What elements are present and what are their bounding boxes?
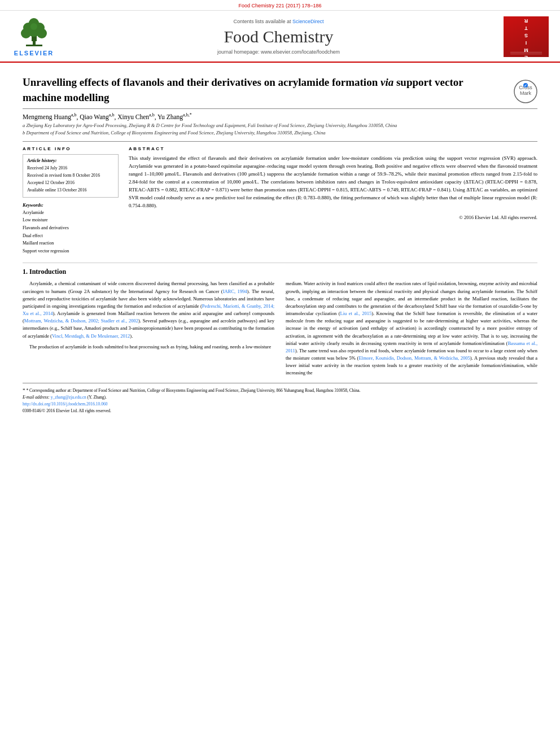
email-address[interactable]: y_zhang@zju.edu.cn [51,395,86,400]
top-journal-bar: Food Chemistry 221 (2017) 178–186 [0,0,560,11]
keyword-6: Support vector regression [23,247,119,255]
science-direct-line: Contents lists available at ScienceDirec… [233,19,323,24]
journal-header: ELSEVIER Contents lists available at Sci… [0,11,560,63]
intro-title: 1. Introduction [23,268,537,276]
svg-rect-1 [26,45,42,46]
journal-center: Contents lists available at ScienceDirec… [65,16,492,57]
affiliation-b: b Department of Food Science and Nutriti… [23,129,537,137]
article-title: Unravelling effects of flavanols and the… [23,75,514,105]
keywords-label: Keywords: [23,202,119,208]
journal-volume-ref: Food Chemistry 221 (2017) 178–186 [238,3,321,8]
intro-para2: The production of acrylamide in foods su… [23,343,274,351]
abstract-text: This study investigated the effect of fl… [129,155,537,210]
science-direct-link[interactable]: ScienceDirect [292,19,324,24]
svg-point-9 [30,23,37,30]
corresponding-author-note: * * Corresponding author at: Department … [23,386,537,394]
footer-area: * * Corresponding author at: Department … [23,383,537,414]
body-two-col: Acrylamide, a chemical contaminant of wi… [23,280,537,377]
email-line: E-mail address: y_zhang@zju.edu.cn (Y. Z… [23,394,537,401]
intro-right-para1: medium. Water activity in food matrices … [286,280,537,377]
article-history-label: Article history: [27,158,114,163]
received-date: Received 24 July 2016 [27,165,114,172]
elsevier-logo: ELSEVIER [11,16,56,57]
affiliations: a Zhejiang Key Laboratory for Agro-Food … [23,122,537,141]
left-column: ARTICLE INFO Article history: Received 2… [23,146,119,255]
article-title-section: Unravelling effects of flavanols and the… [23,69,537,109]
available-date: Available online 13 October 2016 [27,187,114,194]
badge-chemistry-text: CHEMISTRY [524,16,529,57]
right-column: ABSTRACT This study investigated the eff… [129,146,537,255]
crossmark-logo: Cross Mark ✓ [514,80,537,103]
doi-line[interactable]: http://dx.doi.org/10.1016/j.foodchem.201… [23,401,537,408]
svg-text:Mark: Mark [520,90,531,96]
introduction-section: 1. Introduction Acrylamide, a chemical c… [23,263,537,377]
journal-homepage: journal homepage: www.elsevier.com/locat… [217,49,340,55]
food-chemistry-badge: FOOD CHEMISTRY [501,16,549,57]
authors-line: Mengmeng Huanga,b, Qiao Wanga,b, Xinyu C… [23,109,537,122]
article-area: Unravelling effects of flavanols and the… [0,63,560,377]
body-col-left: Acrylamide, a chemical contaminant of wi… [23,280,274,377]
article-info-heading: ARTICLE INFO [23,146,119,151]
keyword-5: Maillard reaction [23,239,119,247]
intro-heading: Introduction [29,268,66,276]
svg-text:✓: ✓ [524,84,527,88]
intro-number: 1. [23,268,28,276]
keyword-4: Dual effect [23,232,119,240]
revised-date: Received in revised form 8 October 2016 [27,172,114,180]
journal-main-title: Food Chemistry [224,27,333,46]
copyright-line: © 2016 Elsevier Ltd. All rights reserved… [129,215,537,220]
intro-para1: Acrylamide, a chemical contaminant of wi… [23,280,274,339]
elsevier-tree-icon [16,18,53,49]
two-col-layout: ARTICLE INFO Article history: Received 2… [23,141,537,255]
body-col-right: medium. Water activity in food matrices … [286,280,537,377]
keywords-section: Keywords: Acrylamide Low moisture Flavan… [23,202,119,255]
keyword-3: Flavanols and derivatives [23,224,119,232]
elsevier-wordmark: ELSEVIER [14,50,54,56]
accepted-date: Accepted 12 October 2016 [27,180,114,187]
issn-line: 0308-8146/© 2016 Elsevier Ltd. All right… [23,408,537,414]
footnote-col: * * Corresponding author at: Department … [23,386,537,414]
keyword-1: Acrylamide [23,209,119,217]
keyword-2: Low moisture [23,216,119,224]
abstract-heading: ABSTRACT [129,146,537,151]
article-info-box: Article history: Received 24 July 2016 R… [23,154,119,197]
affiliation-a: a Zhejiang Key Laboratory for Agro-Food … [23,122,537,129]
